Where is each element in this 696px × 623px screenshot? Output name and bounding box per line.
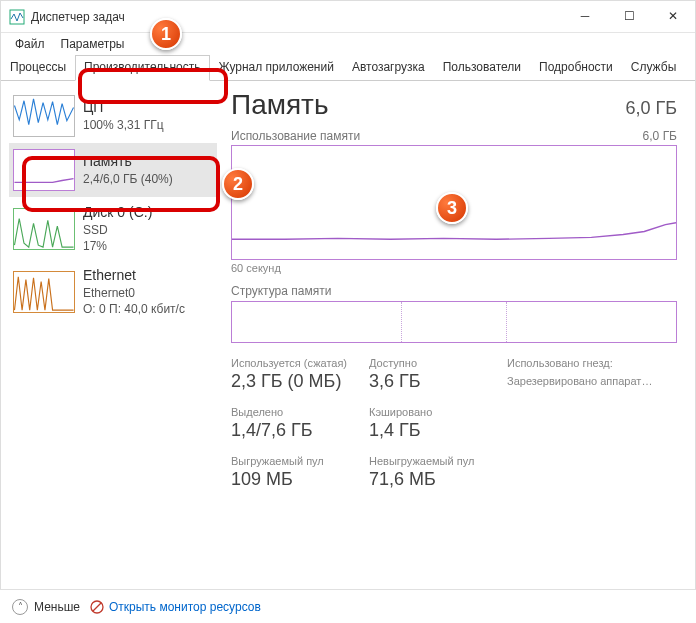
monitor-label: Открыть монитор ресурсов bbox=[109, 600, 261, 614]
taskmgr-icon bbox=[9, 9, 25, 25]
stat-paged: Выгружаемый пул109 МБ bbox=[231, 455, 361, 490]
usage-label: Использование памяти bbox=[231, 129, 360, 143]
stat-nonpaged: Невыгружаемый пул71,6 МБ bbox=[369, 455, 499, 490]
close-button[interactable]: ✕ bbox=[651, 1, 695, 31]
usage-head: Использование памяти 6,0 ГБ bbox=[231, 129, 677, 143]
tab-users[interactable]: Пользователи bbox=[434, 55, 530, 80]
disk-sub2: 17% bbox=[83, 238, 152, 254]
window-title: Диспетчер задач bbox=[31, 10, 125, 24]
ethernet-sub2: О: 0 П: 40,0 кбит/с bbox=[83, 301, 185, 317]
stat-empty bbox=[507, 406, 677, 441]
svg-line-2 bbox=[93, 603, 101, 611]
fewer-details-button[interactable]: ˄ Меньше bbox=[12, 599, 80, 615]
menu-options[interactable]: Параметры bbox=[53, 35, 133, 53]
tab-details[interactable]: Подробности bbox=[530, 55, 622, 80]
page-title: Память bbox=[231, 89, 329, 121]
stat-inuse: Используется (сжатая)2,3 ГБ (0 МБ) bbox=[231, 357, 361, 392]
sidebar-item-ethernet[interactable]: Ethernet Ethernet0 О: 0 П: 40,0 кбит/с bbox=[9, 260, 217, 323]
page-header: Память 6,0 ГБ bbox=[231, 89, 677, 121]
disk-thumb bbox=[13, 208, 75, 250]
sidebar-item-memory[interactable]: Память 2,4/6,0 ГБ (40%) bbox=[9, 143, 217, 197]
tab-startup[interactable]: Автозагрузка bbox=[343, 55, 434, 80]
cpu-texts: ЦП 100% 3,31 ГГц bbox=[83, 98, 164, 133]
menu-file[interactable]: Файл bbox=[7, 35, 53, 53]
graph-duration: 60 секунд bbox=[231, 262, 677, 274]
memory-thumb bbox=[13, 149, 75, 191]
stat-slots: Использовано гнезд:Зарезервировано аппар… bbox=[507, 357, 677, 392]
cpu-thumb bbox=[13, 95, 75, 137]
tab-services[interactable]: Службы bbox=[622, 55, 685, 80]
struct-label: Структура памяти bbox=[231, 284, 677, 298]
callout-1: 1 bbox=[150, 18, 182, 50]
maximize-button[interactable]: ☐ bbox=[607, 1, 651, 31]
tab-performance[interactable]: Производительность bbox=[75, 55, 209, 81]
cpu-title: ЦП bbox=[83, 98, 164, 117]
open-resource-monitor-link[interactable]: Открыть монитор ресурсов bbox=[90, 600, 261, 614]
disk-title: Диск 0 (C:) bbox=[83, 203, 152, 222]
memory-sub: 2,4/6,0 ГБ (40%) bbox=[83, 171, 173, 187]
ethernet-sub1: Ethernet0 bbox=[83, 285, 185, 301]
disk-sub1: SSD bbox=[83, 222, 152, 238]
memory-texts: Память 2,4/6,0 ГБ (40%) bbox=[83, 152, 173, 187]
usage-right: 6,0 ГБ bbox=[643, 129, 677, 143]
chevron-up-icon: ˄ bbox=[12, 599, 28, 615]
disk-texts: Диск 0 (C:) SSD 17% bbox=[83, 203, 152, 254]
sidebar-item-disk[interactable]: Диск 0 (C:) SSD 17% bbox=[9, 197, 217, 260]
page-total: 6,0 ГБ bbox=[625, 98, 677, 119]
monitor-icon bbox=[90, 600, 104, 614]
cpu-sub: 100% 3,31 ГГц bbox=[83, 117, 164, 133]
minimize-button[interactable]: ─ bbox=[563, 1, 607, 31]
titlebar: Диспетчер задач ─ ☐ ✕ bbox=[1, 1, 695, 33]
ethernet-texts: Ethernet Ethernet0 О: 0 П: 40,0 кбит/с bbox=[83, 266, 185, 317]
tab-app-history[interactable]: Журнал приложений bbox=[210, 55, 343, 80]
sidebar: ЦП 100% 3,31 ГГц Память 2,4/6,0 ГБ (40%)… bbox=[1, 81, 225, 591]
tabs: Процессы Производительность Журнал прило… bbox=[1, 55, 695, 81]
menubar: Файл Параметры bbox=[1, 33, 695, 55]
main-area: ЦП 100% 3,31 ГГц Память 2,4/6,0 ГБ (40%)… bbox=[1, 81, 695, 591]
stat-grid: Используется (сжатая)2,3 ГБ (0 МБ) Досту… bbox=[231, 357, 677, 490]
ethernet-title: Ethernet bbox=[83, 266, 185, 285]
ethernet-thumb bbox=[13, 271, 75, 313]
callout-2: 2 bbox=[222, 168, 254, 200]
memory-structure bbox=[231, 301, 677, 343]
stat-cached: Кэшировано1,4 ГБ bbox=[369, 406, 499, 441]
content: Память 6,0 ГБ Использование памяти 6,0 Г… bbox=[225, 81, 695, 591]
footer: ˄ Меньше Открыть монитор ресурсов bbox=[0, 589, 696, 623]
window-controls: ─ ☐ ✕ bbox=[563, 1, 695, 31]
stat-avail: Доступно3,6 ГБ bbox=[369, 357, 499, 392]
fewer-label: Меньше bbox=[34, 600, 80, 614]
stat-committed: Выделено1,4/7,6 ГБ bbox=[231, 406, 361, 441]
memory-title: Память bbox=[83, 152, 173, 171]
sidebar-item-cpu[interactable]: ЦП 100% 3,31 ГГц bbox=[9, 89, 217, 143]
tab-processes[interactable]: Процессы bbox=[1, 55, 75, 80]
callout-3: 3 bbox=[436, 192, 468, 224]
